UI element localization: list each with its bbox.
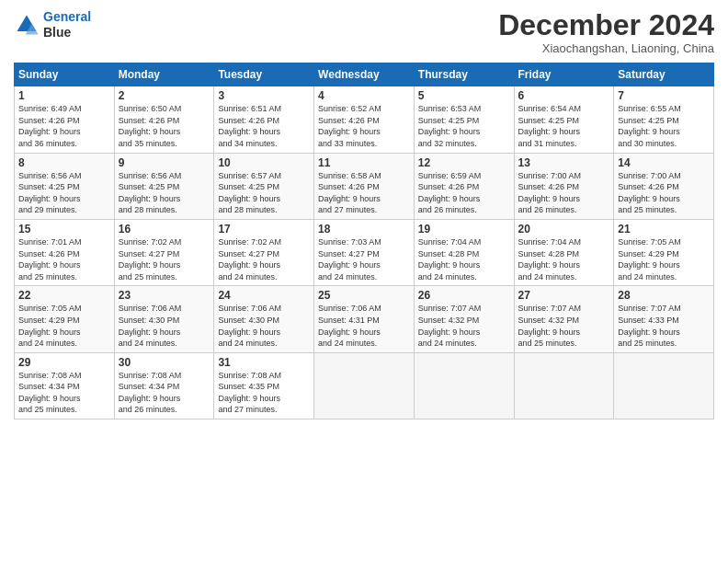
day-cell-21: 21Sunrise: 7:05 AM Sunset: 4:29 PM Dayli… — [614, 219, 714, 285]
day-number: 18 — [318, 223, 410, 236]
day-number: 28 — [618, 289, 710, 302]
title-area: December 2024 Xiaochangshan, Liaoning, C… — [498, 9, 714, 55]
day-number: 15 — [18, 223, 110, 236]
day-number: 23 — [119, 289, 210, 302]
month-title: December 2024 — [498, 9, 714, 41]
day-cell-10: 10Sunrise: 6:57 AM Sunset: 4:25 PM Dayli… — [214, 153, 314, 219]
day-cell-25: 25Sunrise: 7:06 AM Sunset: 4:31 PM Dayli… — [314, 286, 415, 352]
week-row-2: 8Sunrise: 6:56 AM Sunset: 4:25 PM Daylig… — [15, 153, 714, 219]
header-row: SundayMondayTuesdayWednesdayThursdayFrid… — [15, 63, 714, 86]
day-info: Sunrise: 7:04 AM Sunset: 4:28 PM Dayligh… — [518, 236, 610, 282]
day-cell-28: 28Sunrise: 7:07 AM Sunset: 4:33 PM Dayli… — [614, 286, 714, 352]
empty-cell — [614, 352, 714, 419]
day-number: 17 — [218, 223, 310, 236]
day-number: 7 — [618, 89, 710, 102]
day-info: Sunrise: 6:59 AM Sunset: 4:26 PM Dayligh… — [418, 170, 510, 216]
day-info: Sunrise: 6:50 AM Sunset: 4:26 PM Dayligh… — [119, 103, 210, 149]
day-info: Sunrise: 7:08 AM Sunset: 4:34 PM Dayligh… — [119, 370, 210, 416]
day-number: 13 — [518, 156, 610, 169]
empty-cell — [314, 352, 415, 419]
day-number: 4 — [318, 89, 410, 102]
empty-cell — [514, 352, 614, 419]
day-info: Sunrise: 6:56 AM Sunset: 4:25 PM Dayligh… — [119, 170, 210, 216]
day-cell-5: 5Sunrise: 6:53 AM Sunset: 4:25 PM Daylig… — [414, 86, 514, 153]
day-cell-23: 23Sunrise: 7:06 AM Sunset: 4:30 PM Dayli… — [114, 286, 214, 352]
day-info: Sunrise: 7:01 AM Sunset: 4:26 PM Dayligh… — [18, 236, 110, 282]
day-info: Sunrise: 7:06 AM Sunset: 4:30 PM Dayligh… — [119, 303, 210, 349]
day-cell-30: 30Sunrise: 7:08 AM Sunset: 4:34 PM Dayli… — [114, 352, 214, 419]
day-cell-6: 6Sunrise: 6:54 AM Sunset: 4:25 PM Daylig… — [514, 86, 614, 153]
day-number: 6 — [518, 89, 610, 102]
day-info: Sunrise: 7:02 AM Sunset: 4:27 PM Dayligh… — [218, 236, 310, 282]
page-container: General Blue December 2024 Xiaochangshan… — [0, 0, 728, 429]
day-number: 5 — [418, 89, 510, 102]
col-header-monday: Monday — [114, 63, 214, 86]
week-row-3: 15Sunrise: 7:01 AM Sunset: 4:26 PM Dayli… — [15, 219, 714, 285]
day-number: 31 — [218, 356, 310, 369]
day-number: 21 — [618, 223, 710, 236]
day-cell-24: 24Sunrise: 7:06 AM Sunset: 4:30 PM Dayli… — [214, 286, 314, 352]
day-number: 20 — [518, 223, 610, 236]
empty-cell — [414, 352, 514, 419]
day-info: Sunrise: 7:07 AM Sunset: 4:32 PM Dayligh… — [418, 303, 510, 349]
location-subtitle: Xiaochangshan, Liaoning, China — [498, 41, 714, 55]
col-header-wednesday: Wednesday — [314, 63, 415, 86]
day-number: 2 — [119, 89, 210, 102]
day-info: Sunrise: 6:49 AM Sunset: 4:26 PM Dayligh… — [18, 103, 110, 149]
day-number: 1 — [18, 89, 110, 102]
day-cell-16: 16Sunrise: 7:02 AM Sunset: 4:27 PM Dayli… — [114, 219, 214, 285]
day-info: Sunrise: 7:05 AM Sunset: 4:29 PM Dayligh… — [18, 303, 110, 349]
day-info: Sunrise: 7:03 AM Sunset: 4:27 PM Dayligh… — [318, 236, 410, 282]
day-number: 9 — [119, 156, 210, 169]
day-info: Sunrise: 6:55 AM Sunset: 4:25 PM Dayligh… — [618, 103, 710, 149]
day-info: Sunrise: 7:06 AM Sunset: 4:30 PM Dayligh… — [218, 303, 310, 349]
day-number: 25 — [318, 289, 410, 302]
day-info: Sunrise: 7:02 AM Sunset: 4:27 PM Dayligh… — [119, 236, 210, 282]
logo-text: General Blue — [43, 9, 91, 40]
day-info: Sunrise: 6:56 AM Sunset: 4:25 PM Dayligh… — [18, 170, 110, 216]
day-number: 8 — [18, 156, 110, 169]
col-header-thursday: Thursday — [414, 63, 514, 86]
day-info: Sunrise: 7:04 AM Sunset: 4:28 PM Dayligh… — [418, 236, 510, 282]
day-info: Sunrise: 7:08 AM Sunset: 4:35 PM Dayligh… — [218, 370, 310, 416]
day-info: Sunrise: 6:51 AM Sunset: 4:26 PM Dayligh… — [218, 103, 310, 149]
day-info: Sunrise: 7:06 AM Sunset: 4:31 PM Dayligh… — [318, 303, 410, 349]
day-cell-11: 11Sunrise: 6:58 AM Sunset: 4:26 PM Dayli… — [314, 153, 415, 219]
day-number: 26 — [418, 289, 510, 302]
header: General Blue December 2024 Xiaochangshan… — [14, 9, 714, 55]
col-header-sunday: Sunday — [15, 63, 115, 86]
day-cell-18: 18Sunrise: 7:03 AM Sunset: 4:27 PM Dayli… — [314, 219, 415, 285]
logo: General Blue — [14, 9, 91, 40]
week-row-1: 1Sunrise: 6:49 AM Sunset: 4:26 PM Daylig… — [15, 86, 714, 153]
day-number: 10 — [218, 156, 310, 169]
day-info: Sunrise: 6:54 AM Sunset: 4:25 PM Dayligh… — [518, 103, 610, 149]
day-cell-3: 3Sunrise: 6:51 AM Sunset: 4:26 PM Daylig… — [214, 86, 314, 153]
day-number: 27 — [518, 289, 610, 302]
day-number: 19 — [418, 223, 510, 236]
day-cell-13: 13Sunrise: 7:00 AM Sunset: 4:26 PM Dayli… — [514, 153, 614, 219]
day-number: 16 — [119, 223, 210, 236]
day-number: 14 — [618, 156, 710, 169]
day-info: Sunrise: 7:08 AM Sunset: 4:34 PM Dayligh… — [18, 370, 110, 416]
day-number: 24 — [218, 289, 310, 302]
day-cell-12: 12Sunrise: 6:59 AM Sunset: 4:26 PM Dayli… — [414, 153, 514, 219]
day-cell-31: 31Sunrise: 7:08 AM Sunset: 4:35 PM Dayli… — [214, 352, 314, 419]
day-cell-15: 15Sunrise: 7:01 AM Sunset: 4:26 PM Dayli… — [15, 219, 115, 285]
day-number: 30 — [119, 356, 210, 369]
day-cell-2: 2Sunrise: 6:50 AM Sunset: 4:26 PM Daylig… — [114, 86, 214, 153]
week-row-4: 22Sunrise: 7:05 AM Sunset: 4:29 PM Dayli… — [15, 286, 714, 352]
day-info: Sunrise: 7:07 AM Sunset: 4:32 PM Dayligh… — [518, 303, 610, 349]
day-number: 3 — [218, 89, 310, 102]
day-cell-4: 4Sunrise: 6:52 AM Sunset: 4:26 PM Daylig… — [314, 86, 415, 153]
col-header-friday: Friday — [514, 63, 614, 86]
day-cell-22: 22Sunrise: 7:05 AM Sunset: 4:29 PM Dayli… — [15, 286, 115, 352]
day-info: Sunrise: 6:52 AM Sunset: 4:26 PM Dayligh… — [318, 103, 410, 149]
day-info: Sunrise: 6:53 AM Sunset: 4:25 PM Dayligh… — [418, 103, 510, 149]
day-info: Sunrise: 7:07 AM Sunset: 4:33 PM Dayligh… — [618, 303, 710, 349]
day-number: 11 — [318, 156, 410, 169]
day-number: 12 — [418, 156, 510, 169]
day-cell-7: 7Sunrise: 6:55 AM Sunset: 4:25 PM Daylig… — [614, 86, 714, 153]
calendar-table: SundayMondayTuesdayWednesdayThursdayFrid… — [14, 63, 714, 419]
day-cell-29: 29Sunrise: 7:08 AM Sunset: 4:34 PM Dayli… — [15, 352, 115, 419]
day-info: Sunrise: 6:58 AM Sunset: 4:26 PM Dayligh… — [318, 170, 410, 216]
